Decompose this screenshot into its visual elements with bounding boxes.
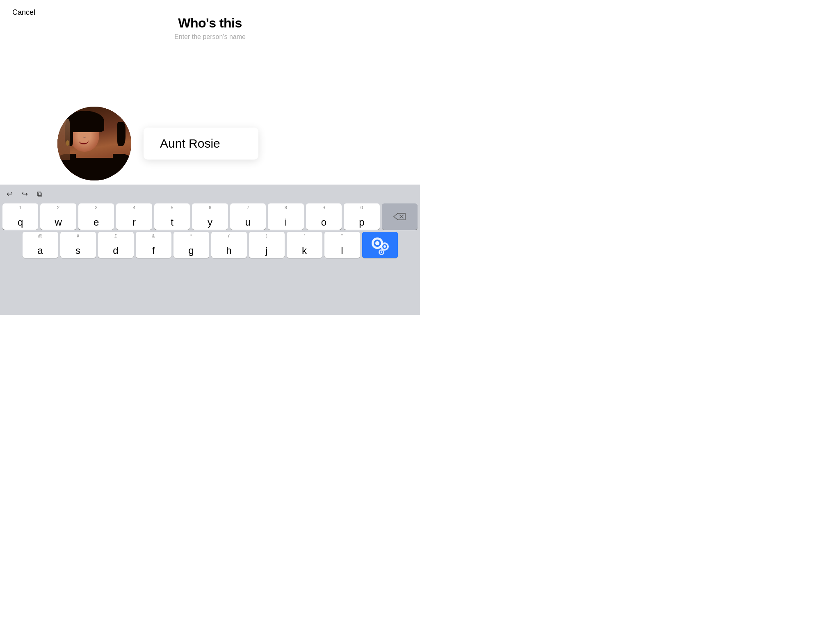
keyboard: ↩ ↪ ⧉ 1q 2w 3e 4r 5t 6y 7u 8i 9o 0p	[0, 185, 420, 315]
emoji-icon	[362, 232, 398, 258]
person-photo	[57, 107, 131, 180]
clipboard-button[interactable]: ⧉	[34, 188, 45, 200]
undo-button[interactable]: ↩	[4, 188, 15, 200]
name-input-box[interactable]: Aunt Rosie	[144, 128, 258, 160]
backspace-icon	[393, 212, 406, 221]
key-i[interactable]: 8i	[268, 203, 304, 230]
cancel-button[interactable]: Cancel	[12, 8, 35, 17]
key-r[interactable]: 4r	[116, 203, 152, 230]
keyboard-rows: 1q 2w 3e 4r 5t 6y 7u 8i 9o 0p @a #s	[2, 203, 418, 258]
key-d[interactable]: £d	[98, 232, 134, 258]
key-o[interactable]: 9o	[306, 203, 342, 230]
emoji-key[interactable]	[362, 232, 398, 258]
key-l[interactable]: "l	[324, 232, 360, 258]
key-p[interactable]: 0p	[344, 203, 379, 230]
keyboard-toolbar: ↩ ↪ ⧉	[2, 188, 418, 203]
key-j[interactable]: )j	[249, 232, 285, 258]
key-s[interactable]: #s	[60, 232, 96, 258]
redo-button[interactable]: ↪	[19, 188, 30, 200]
key-g[interactable]: *g	[173, 232, 209, 258]
key-f[interactable]: &f	[136, 232, 171, 258]
key-e[interactable]: 3e	[78, 203, 114, 230]
key-q[interactable]: 1q	[2, 203, 38, 230]
content-area: Aunt Rosie	[0, 94, 420, 185]
key-w[interactable]: 2w	[40, 203, 76, 230]
key-u[interactable]: 7u	[230, 203, 266, 230]
top-section: Cancel Who's this Enter the person's nam…	[0, 0, 420, 94]
key-h[interactable]: (h	[211, 232, 247, 258]
key-row-1: 1q 2w 3e 4r 5t 6y 7u 8i 9o 0p	[2, 203, 418, 230]
key-t[interactable]: 5t	[154, 203, 190, 230]
key-k[interactable]: 'k	[287, 232, 322, 258]
svg-point-5	[375, 241, 379, 245]
key-row-2: @a #s £d &f *g (h )j 'k "l	[2, 232, 418, 258]
key-a[interactable]: @a	[23, 232, 58, 258]
name-value: Aunt Rosie	[160, 137, 220, 150]
svg-point-8	[383, 245, 386, 248]
page-title: Who's this	[12, 8, 408, 31]
key-y[interactable]: 6y	[192, 203, 228, 230]
page-subtitle: Enter the person's name	[12, 33, 408, 41]
svg-point-11	[381, 251, 382, 253]
backspace-key[interactable]	[382, 203, 418, 230]
